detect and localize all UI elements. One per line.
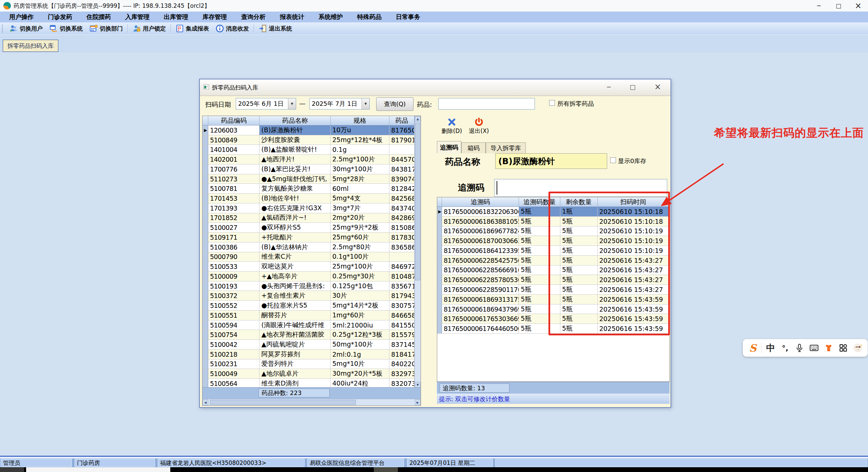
menu-item-库存管理[interactable]: 库存管理 bbox=[195, 12, 234, 22]
scroll-right-icon[interactable]: ▶ bbox=[415, 399, 421, 405]
menu-item-报表统计[interactable]: 报表统计 bbox=[273, 12, 311, 22]
table-row[interactable]: 5100386(B)▲华法林钠片2.5mg*80片8365864 bbox=[202, 242, 414, 252]
table-row[interactable]: 5100027●双环醇片S525mg*9片*2板8150862 bbox=[202, 223, 414, 233]
table-row[interactable]: 817650000617653036695瓶5瓶20250616 15:43:5… bbox=[437, 314, 669, 324]
table-row[interactable]: 817650000622857805365瓶5瓶20250616 15:43:2… bbox=[437, 275, 669, 285]
table-row[interactable]: 1700776(B)▲苯巴比妥片!30mg*100片8438178 bbox=[202, 164, 414, 174]
table-row[interactable]: 5100551酮替芬片1mg*60片8466581 bbox=[202, 311, 414, 320]
table-row[interactable]: 5100564维生素D滴剂400iu*24粒8320733, bbox=[202, 379, 414, 388]
dialog-minimize-button[interactable]: ─ bbox=[602, 81, 616, 92]
column-header-扫码时间[interactable]: 扫码时间 bbox=[598, 197, 669, 206]
column-header-药品名称[interactable]: 药品名称 bbox=[259, 116, 330, 125]
table-row[interactable]: 5100042▲丙硫氧嘧啶片50mg*100片8371454 bbox=[202, 340, 414, 350]
keyboard-icon[interactable] bbox=[808, 342, 820, 354]
tab-scatter-scan-inbound[interactable]: 拆零药品扫码入库 bbox=[3, 40, 58, 52]
table-row[interactable]: 5100372+复合维生素片30片8179432 bbox=[202, 291, 414, 301]
menu-item-查询分析[interactable]: 查询分析 bbox=[234, 12, 273, 22]
trace-tab-箱码[interactable]: 箱码 bbox=[461, 142, 486, 153]
table-row[interactable]: 817650000618638810555瓶5瓶20250610 15:10:1… bbox=[437, 217, 669, 227]
table-row[interactable]: 5100049▲地尔硫卓片30mg*20片*5板8329731 bbox=[202, 369, 414, 379]
close-button[interactable]: × bbox=[848, 0, 868, 12]
horizontal-scrollbar[interactable]: ◀ ▶ bbox=[202, 399, 421, 406]
delete-button[interactable]: 删除(D) bbox=[440, 117, 464, 137]
dialog-maximize-button[interactable]: □ bbox=[626, 81, 639, 92]
scroll-down-icon[interactable]: ▼ bbox=[415, 382, 421, 388]
punctuation-icon[interactable]: °, bbox=[779, 342, 791, 354]
emoji-icon[interactable] bbox=[852, 342, 864, 354]
menu-item-用户操作[interactable]: 用户操作 bbox=[2, 12, 41, 22]
table-row[interactable]: 817650000618696778245瓶5瓶20250610 15:10:1… bbox=[437, 227, 669, 236]
table-row[interactable]: 5109171+托吡酯片25mg*60片8178308 bbox=[202, 233, 414, 242]
table-row[interactable]: 5110273●▲5mg瑞舒伐他汀钙,5mg*28片8390745 bbox=[202, 174, 414, 184]
table-row[interactable]: 5100849沙利度胺胶囊25mg*12粒*4板8179014 bbox=[202, 135, 414, 145]
table-row[interactable]: 1701453(B)地佐辛针!5mg*4支8425683 bbox=[202, 194, 414, 203]
trace-tab-追溯码[interactable]: 追溯码 bbox=[437, 141, 461, 153]
table-row[interactable]: 817650000618693131755瓶5瓶20250616 15:43:5… bbox=[437, 295, 669, 304]
query-button[interactable]: 查询(Q) bbox=[376, 97, 413, 111]
column-header-追溯码[interactable]: 追溯码 bbox=[442, 197, 519, 206]
scroll-left-icon[interactable]: ◀ bbox=[202, 399, 208, 405]
menu-item-日常事务[interactable]: 日常事务 bbox=[389, 12, 427, 22]
toolbar-button-user-lock[interactable]: 用户锁定 bbox=[129, 23, 169, 34]
toolbar-button-switch-user[interactable]: 切换用户 bbox=[6, 23, 46, 34]
show-zero-stock-checkbox[interactable] bbox=[610, 157, 616, 163]
table-row[interactable]: 817650000622856669165瓶5瓶20250616 15:43:2… bbox=[437, 266, 669, 275]
scrollbar-thumb[interactable] bbox=[415, 123, 420, 280]
menu-item-入库管理[interactable]: 入库管理 bbox=[118, 12, 157, 22]
table-row[interactable]: 1701852▲氯硝西泮片~!2mg*20片8428696, bbox=[202, 213, 414, 223]
table-row[interactable]: 5100552●托拉塞米片S55mg*14片*2板8307578 bbox=[202, 301, 414, 311]
table-row[interactable]: 1701393●右佐匹克隆片!G3X3mg*7片8437408 bbox=[202, 203, 414, 213]
table-row[interactable]: 5100193●头孢丙烯干混悬剂$:0.125g*10包8356716 bbox=[202, 281, 414, 291]
toolbar-button-exit-door[interactable]: 退出系统 bbox=[255, 23, 295, 34]
trace-tab-导入拆零库[interactable]: 导入拆零库 bbox=[486, 142, 526, 153]
toolbar-button-message-info[interactable]: 消息收发 bbox=[212, 23, 252, 34]
table-row[interactable]: 5000790维生素C片0.1g*100片 bbox=[202, 252, 414, 262]
table-row[interactable]: 817650000618694379695瓶5瓶20250616 15:43:5… bbox=[437, 304, 669, 314]
scroll-up-icon[interactable]: ▲ bbox=[415, 116, 421, 122]
vertical-scrollbar[interactable]: ▲ ▼ bbox=[414, 116, 421, 388]
table-row[interactable]: ▶1206003(B)尿激酶粉针10万u8176500 bbox=[202, 125, 414, 135]
all-scatter-drugs-checkbox[interactable] bbox=[549, 100, 555, 106]
table-row[interactable]: 5100781复方氨酚美沙糖浆60ml8128422 bbox=[202, 184, 414, 194]
table-row[interactable]: 5100533双嘧达莫片25mg*100片8469721 bbox=[202, 262, 414, 272]
trace-code-input[interactable] bbox=[494, 179, 667, 197]
column-header-规格[interactable]: 规格 bbox=[331, 116, 389, 125]
table-row[interactable]: 817650000622859011765瓶5瓶20250616 15:43:2… bbox=[437, 285, 669, 295]
table-row[interactable]: 1402001▲地西泮片!2.5mg*100片8445709 bbox=[202, 155, 414, 164]
dialog-close-button[interactable]: × bbox=[651, 81, 664, 92]
table-row[interactable]: 5100594(滴眼液)牛碱性成纤维5ml:21000iu8415507 bbox=[202, 320, 414, 330]
menu-item-门诊发药[interactable]: 门诊发药 bbox=[41, 12, 79, 22]
toolbar-button-report[interactable]: 集成报表 bbox=[172, 23, 212, 34]
menu-item-出库管理[interactable]: 出库管理 bbox=[157, 12, 195, 22]
chevron-down-icon[interactable]: ▼ bbox=[362, 98, 369, 109]
minimize-button[interactable]: ─ bbox=[809, 0, 829, 12]
date-to-picker[interactable]: 2025年 7月 1日 ▼ bbox=[309, 98, 370, 110]
column-header-药品[interactable]: 药品 bbox=[389, 116, 414, 125]
table-row[interactable]: 5100231爱普列特片5mg*10片8402200 bbox=[202, 359, 414, 369]
table-row[interactable]: ▶817650000618322063065瓶1瓶20250610 15:10:… bbox=[437, 207, 669, 217]
toolbar-button-switch-system[interactable]: 切换系统 bbox=[46, 23, 86, 34]
dialog-titlebar[interactable]: 拆零药品扫码入库 ─ □ × bbox=[200, 79, 671, 96]
sogou-s-icon[interactable]: S bbox=[747, 342, 758, 354]
scrollbar-thumb[interactable] bbox=[210, 400, 356, 405]
column-header-剩余数量[interactable]: 剩余数量 bbox=[560, 197, 598, 206]
table-row[interactable]: 5100218阿莫罗芬搽剂2ml:0.1g8184170 bbox=[202, 350, 414, 359]
date-from-picker[interactable]: 2025年 6月 1日 ▼ bbox=[236, 98, 296, 110]
microphone-icon[interactable] bbox=[794, 342, 805, 354]
menu-item-住院摆药[interactable]: 住院摆药 bbox=[79, 12, 118, 22]
exit-button[interactable]: 退出(X) bbox=[467, 117, 491, 137]
table-row[interactable]: 817650000622854257565瓶5瓶20250616 15:43:2… bbox=[437, 256, 669, 266]
column-header-追溯码数量[interactable]: 追溯码数量 bbox=[519, 197, 560, 206]
column-header-药品编码[interactable]: 药品编码 bbox=[208, 116, 260, 125]
table-row[interactable]: 5100009+▲地高辛片0.25mg*30片8104879 bbox=[202, 272, 414, 281]
skin-icon[interactable] bbox=[823, 342, 834, 354]
table-row[interactable]: 817650000618700306635瓶5瓶20250610 15:10:1… bbox=[437, 236, 669, 246]
zh-mode-icon[interactable]: 中 bbox=[765, 342, 776, 354]
table-row[interactable]: 1401004(B)▲盐酸哌替啶针!0.1g bbox=[202, 145, 414, 155]
table-row[interactable]: 817650000618641233955瓶5瓶20250610 15:10:1… bbox=[437, 246, 669, 256]
table-row[interactable]: 817650000617644605065瓶5瓶20250616 15:43:5… bbox=[437, 324, 669, 334]
table-row[interactable]: 5100754▲地衣芽孢杆菌活菌胶0.25g*12粒*3板8155797 bbox=[202, 330, 414, 340]
toolbar-button-switch-dept[interactable]: 切换部门 bbox=[86, 23, 126, 34]
drug-search-input[interactable] bbox=[438, 98, 535, 110]
maximize-button[interactable]: □ bbox=[829, 0, 848, 12]
